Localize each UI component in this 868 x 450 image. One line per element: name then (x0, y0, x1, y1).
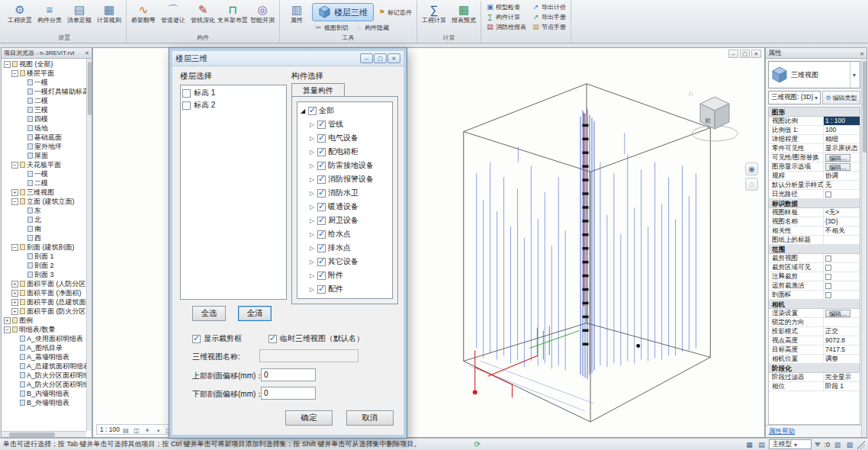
property-value[interactable] (824, 291, 860, 299)
show-crop-checkbox-row[interactable]: 显示裁剪框 (192, 333, 242, 344)
checkbox[interactable] (182, 89, 191, 98)
expander-icon[interactable] (11, 299, 18, 306)
checkbox[interactable] (825, 283, 831, 289)
checkbox[interactable] (317, 134, 326, 143)
expander-icon[interactable] (11, 244, 18, 251)
type-selector[interactable]: 三维视图 (768, 61, 860, 88)
tree-item[interactable]: 立面 (建筑立面) (2, 197, 92, 206)
expander-icon[interactable] (300, 108, 306, 114)
component-item[interactable]: 配件 (300, 282, 392, 296)
tree-item[interactable]: 二模 (2, 96, 92, 105)
edit-type-button[interactable]: 编辑类型 (822, 91, 860, 104)
checkbox[interactable] (317, 121, 326, 129)
design-option-select[interactable]: 主模型 (769, 439, 812, 449)
expander-icon[interactable] (4, 317, 11, 324)
tree-item[interactable]: 图例 (2, 316, 92, 325)
ribbon-button-mark-select[interactable]: ⚑标记选件 (375, 8, 414, 18)
expander-icon[interactable] (11, 281, 18, 288)
property-value[interactable]: 协调 (824, 172, 860, 180)
component-item[interactable]: 防雷接地设备 (300, 159, 392, 172)
property-value[interactable]: 无 (824, 181, 860, 189)
clear-all-button[interactable]: 全清 (238, 306, 272, 321)
close-icon[interactable] (860, 50, 864, 57)
component-item[interactable]: 电气设备 (300, 131, 392, 145)
view-cube[interactable]: ⌂ 前 (685, 86, 744, 156)
property-value[interactable] (824, 263, 860, 272)
view-scale[interactable]: 1 : 100 (100, 426, 120, 433)
tree-item[interactable]: A_图纸目录 (2, 343, 92, 352)
expander-icon[interactable] (309, 259, 315, 265)
tree-item[interactable]: 面积平面 (净面积) (2, 288, 92, 297)
checkbox[interactable] (192, 335, 201, 343)
tree-item[interactable]: 剖面 1 (2, 252, 92, 261)
dialog-titlebar[interactable]: 楼层三维 (172, 51, 403, 66)
expander-icon[interactable] (309, 286, 315, 293)
checkbox[interactable] (317, 162, 326, 170)
property-value[interactable] (824, 272, 860, 281)
checkbox[interactable] (182, 101, 191, 110)
component-item[interactable]: 消防报警设备 (300, 172, 392, 186)
snap-toggle-icon[interactable] (845, 440, 854, 449)
scrollbar-thumb[interactable] (88, 62, 92, 115)
property-value[interactable]: 不相关 (824, 227, 860, 235)
tree-item[interactable]: 面积平面 (人防分区面积) (2, 279, 92, 288)
tree-item[interactable]: 一模 (2, 78, 92, 87)
ribbon-button-project-calc[interactable]: ∑工程计算 (420, 1, 448, 25)
property-value[interactable] (824, 190, 860, 198)
tree-item[interactable]: 天花板平面 (2, 160, 92, 169)
checkbox[interactable] (317, 285, 326, 294)
checkbox[interactable] (825, 292, 831, 298)
component-item[interactable]: 暖通设备 (300, 200, 392, 214)
property-value[interactable] (824, 254, 860, 262)
property-section-header[interactable]: 相机 (769, 300, 860, 309)
expander-icon[interactable] (309, 231, 315, 238)
expander-icon[interactable] (309, 245, 315, 252)
property-section-header[interactable]: 图形 (769, 108, 860, 117)
checkbox[interactable] (317, 217, 326, 225)
tree-item[interactable]: B_外墙明细表 (2, 398, 92, 407)
checkbox[interactable] (825, 274, 831, 280)
expander-icon[interactable] (309, 162, 315, 169)
expander-icon[interactable] (309, 176, 315, 183)
restore-icon[interactable] (740, 50, 750, 58)
checkbox[interactable] (317, 244, 326, 252)
floor-item[interactable]: 标高 2 (182, 99, 285, 111)
checkbox[interactable] (825, 191, 831, 198)
property-value[interactable] (824, 318, 860, 326)
tree-item[interactable]: 面积平面 (防火分区面积) (2, 307, 92, 316)
checkbox[interactable] (825, 256, 831, 262)
property-section-header[interactable]: 阶段化 (769, 364, 860, 373)
expander-icon[interactable] (11, 198, 18, 205)
maximize-button[interactable] (374, 53, 387, 63)
component-tree[interactable]: 全部管线电气设备配电箱柜防雷接地设备消防报警设备消防水卫暖通设备厨卫设备给水点排… (297, 101, 393, 299)
ribbon-button-floor-3d[interactable]: 楼层三维 (312, 3, 374, 21)
tree-item[interactable]: 剖面 3 (2, 270, 92, 279)
component-item[interactable]: 管线 (300, 117, 392, 131)
ribbon-button-project-settings[interactable]: ⚙工程设置 (5, 1, 34, 25)
component-item[interactable]: 厨卫设备 (300, 214, 392, 227)
ribbon-button-component-category[interactable]: ≡构件分类 (35, 1, 64, 25)
tree-item[interactable]: A_总建筑面积明细表 (2, 362, 92, 371)
tree-item[interactable]: 三维视图 (2, 188, 92, 197)
chevron-down-icon[interactable] (850, 62, 858, 88)
tree-item[interactable]: 南 (2, 224, 92, 233)
tree-item[interactable]: 西 (2, 233, 92, 243)
ribbon-button-smart-opening[interactable]: ◎智能开洞 (248, 1, 277, 25)
tree-item[interactable]: 剖面 2 (2, 261, 92, 270)
property-value[interactable]: <无> (824, 208, 860, 217)
tree-item[interactable]: 视图 (全部) (2, 59, 92, 69)
property-value[interactable] (824, 281, 860, 290)
expander-icon[interactable] (309, 204, 315, 211)
property-value[interactable]: 100 (824, 126, 860, 134)
top-offset-input[interactable] (261, 368, 316, 381)
expander-icon[interactable] (309, 135, 315, 142)
property-section-header[interactable]: 标识数据 (769, 199, 860, 208)
component-item[interactable]: 其它设备 (300, 255, 392, 268)
checkbox[interactable] (825, 265, 831, 271)
property-value[interactable]: 显示原状态 (824, 144, 860, 153)
expander-icon[interactable] (11, 162, 18, 169)
property-value[interactable]: 编辑... (824, 309, 860, 317)
checkbox[interactable] (317, 203, 326, 211)
property-value[interactable]: {3D} (824, 217, 860, 226)
tree-item[interactable]: 四模 (2, 114, 92, 124)
